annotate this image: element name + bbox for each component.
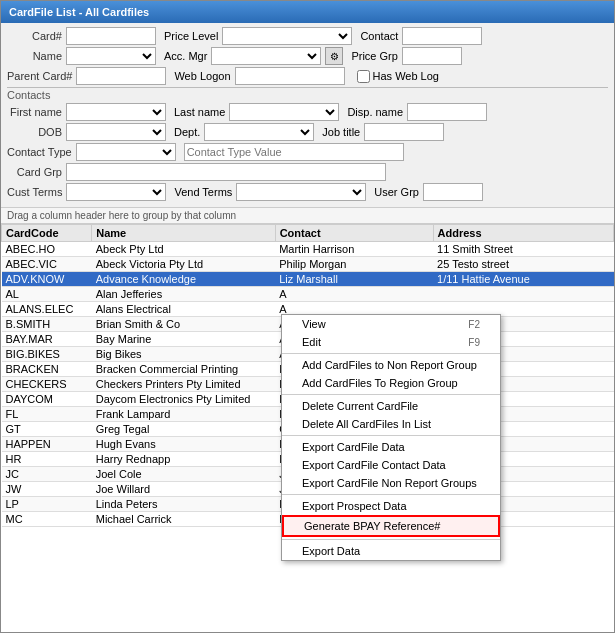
cell-name: Brian Smith & Co bbox=[92, 317, 275, 332]
card-input[interactable] bbox=[66, 27, 156, 45]
filter-area: Card# Price Level Contact Name Acc. Mgr … bbox=[1, 23, 614, 208]
col-header-name[interactable]: Name bbox=[92, 225, 275, 242]
cell-cardcode: CHECKERS bbox=[2, 377, 92, 392]
table-area: Drag a column header here to group by th… bbox=[1, 208, 614, 632]
price-level-select[interactable] bbox=[222, 27, 352, 45]
filter-row-6: Contact Type bbox=[7, 143, 608, 161]
cell-address: 25 Testo street bbox=[433, 257, 613, 272]
card-grp-label: Card Grp bbox=[7, 166, 62, 178]
cell-name: Abeck Pty Ltd bbox=[92, 242, 275, 257]
context-menu-item-label: Add CardFiles To Region Group bbox=[302, 377, 458, 389]
col-header-cardcode[interactable]: CardCode bbox=[2, 225, 92, 242]
context-menu-separator bbox=[282, 494, 500, 495]
web-logon-input[interactable] bbox=[235, 67, 345, 85]
cell-cardcode: AL bbox=[2, 287, 92, 302]
cell-cardcode: LP bbox=[2, 497, 92, 512]
cell-cardcode: MC bbox=[2, 512, 92, 527]
context-menu-item[interactable]: Generate BPAY Reference# bbox=[282, 515, 500, 537]
window-title: CardFile List - All Cardfiles bbox=[9, 6, 149, 18]
disp-name-input[interactable] bbox=[407, 103, 487, 121]
context-menu-item[interactable]: ViewF2 bbox=[282, 315, 500, 333]
filter-row-3: Parent Card# Web Logon Has Web Log bbox=[7, 67, 608, 85]
cell-name: Big Bikes bbox=[92, 347, 275, 362]
card-grp-input[interactable] bbox=[66, 163, 386, 181]
context-menu-item[interactable]: Add CardFiles To Region Group bbox=[282, 374, 500, 392]
table-row[interactable]: ABEC.HOAbeck Pty LtdMartin Harrison11 Sm… bbox=[2, 242, 614, 257]
cell-name: Bracken Commercial Printing bbox=[92, 362, 275, 377]
contact-input[interactable] bbox=[402, 27, 482, 45]
cust-terms-select[interactable] bbox=[66, 183, 166, 201]
cell-cardcode: DAYCOM bbox=[2, 392, 92, 407]
has-web-log-checkbox[interactable] bbox=[357, 70, 370, 83]
acc-mgr-select[interactable] bbox=[211, 47, 321, 65]
col-header-address[interactable]: Address bbox=[433, 225, 613, 242]
parent-input[interactable] bbox=[76, 67, 166, 85]
cell-cardcode: GT bbox=[2, 422, 92, 437]
context-menu-item-label: View bbox=[302, 318, 326, 330]
last-name-select[interactable] bbox=[229, 103, 339, 121]
context-menu-item[interactable]: Export Prospect Data bbox=[282, 497, 500, 515]
last-name-label: Last name bbox=[174, 106, 225, 118]
cell-name: Michael Carrick bbox=[92, 512, 275, 527]
filter-row-5: DOB Dept. Job title bbox=[7, 123, 608, 141]
dept-select[interactable] bbox=[204, 123, 314, 141]
context-menu-shortcut: F9 bbox=[468, 337, 480, 348]
name-label: Name bbox=[7, 50, 62, 62]
context-menu: ViewF2EditF9Add CardFiles to Non Report … bbox=[281, 314, 501, 561]
context-menu-item[interactable]: Delete All CardFiles In List bbox=[282, 415, 500, 433]
cell-cardcode: JW bbox=[2, 482, 92, 497]
price-level-label: Price Level bbox=[164, 30, 218, 42]
context-menu-item-label: Generate BPAY Reference# bbox=[304, 520, 440, 532]
contact-type-value-input[interactable] bbox=[184, 143, 404, 161]
context-menu-item[interactable]: Export CardFile Data bbox=[282, 438, 500, 456]
table-row[interactable]: ABEC.VICAbeck Victoria Pty LtdPhilip Mor… bbox=[2, 257, 614, 272]
cell-name: Advance Knowledge bbox=[92, 272, 275, 287]
context-menu-item[interactable]: Export CardFile Contact Data bbox=[282, 456, 500, 474]
cell-cardcode: ABEC.HO bbox=[2, 242, 92, 257]
context-menu-separator bbox=[282, 435, 500, 436]
context-menu-separator bbox=[282, 539, 500, 540]
context-menu-item-label: Export CardFile Data bbox=[302, 441, 405, 453]
dept-label: Dept. bbox=[174, 126, 200, 138]
first-name-select[interactable] bbox=[66, 103, 166, 121]
vend-terms-label: Vend Terms bbox=[174, 186, 232, 198]
filter-row-2: Name Acc. Mgr ⚙ Price Grp bbox=[7, 47, 608, 65]
dob-select[interactable] bbox=[66, 123, 166, 141]
has-web-log-row: Has Web Log bbox=[357, 70, 439, 83]
col-header-contact[interactable]: Contact bbox=[275, 225, 433, 242]
cell-name: Linda Peters bbox=[92, 497, 275, 512]
price-grp-input[interactable] bbox=[402, 47, 462, 65]
user-grp-input[interactable] bbox=[423, 183, 483, 201]
cell-contact: Martin Harrison bbox=[275, 242, 433, 257]
name-select[interactable] bbox=[66, 47, 156, 65]
has-web-log-label: Has Web Log bbox=[373, 70, 439, 82]
context-menu-item[interactable]: Export Data bbox=[282, 542, 500, 560]
context-menu-item-label: Export Prospect Data bbox=[302, 500, 407, 512]
filter-row-7: Card Grp bbox=[7, 163, 608, 181]
table-row[interactable]: ALAlan JefferiesA bbox=[2, 287, 614, 302]
context-menu-separator bbox=[282, 353, 500, 354]
filter-row-4: First name Last name Disp. name bbox=[7, 103, 608, 121]
context-menu-item[interactable]: Export CardFile Non Report Groups bbox=[282, 474, 500, 492]
cell-contact: Philip Morgan bbox=[275, 257, 433, 272]
cell-name: Frank Lampard bbox=[92, 407, 275, 422]
contact-type-select[interactable] bbox=[76, 143, 176, 161]
gear-button[interactable]: ⚙ bbox=[325, 47, 343, 65]
contacts-section-label: Contacts bbox=[7, 87, 608, 101]
context-menu-item[interactable]: Add CardFiles to Non Report Group bbox=[282, 356, 500, 374]
cell-cardcode: BAY.MAR bbox=[2, 332, 92, 347]
context-menu-item[interactable]: EditF9 bbox=[282, 333, 500, 351]
context-menu-item-label: Edit bbox=[302, 336, 321, 348]
table-row[interactable]: ADV.KNOWAdvance KnowledgeLiz Marshall1/1… bbox=[2, 272, 614, 287]
context-menu-item-label: Add CardFiles to Non Report Group bbox=[302, 359, 477, 371]
cell-name: Abeck Victoria Pty Ltd bbox=[92, 257, 275, 272]
vend-terms-select[interactable] bbox=[236, 183, 366, 201]
context-menu-separator bbox=[282, 394, 500, 395]
cell-cardcode: HR bbox=[2, 452, 92, 467]
cell-name: Hugh Evans bbox=[92, 437, 275, 452]
context-menu-item-label: Export CardFile Non Report Groups bbox=[302, 477, 477, 489]
job-title-input[interactable] bbox=[364, 123, 444, 141]
disp-name-label: Disp. name bbox=[347, 106, 403, 118]
dob-label: DOB bbox=[7, 126, 62, 138]
context-menu-item[interactable]: Delete Current CardFile bbox=[282, 397, 500, 415]
